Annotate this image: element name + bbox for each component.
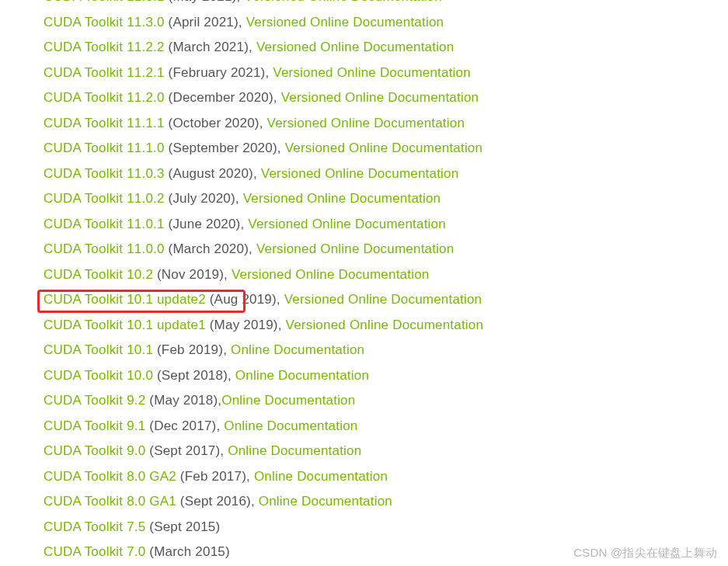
toolkit-link[interactable]: CUDA Toolkit 11.2.1 <box>44 65 165 80</box>
list-item: CUDA Toolkit 10.1 update2 (Aug 2019), Ve… <box>44 287 728 313</box>
doc-link[interactable]: Online Documentation <box>231 342 364 357</box>
release-date: (February 2021), <box>165 65 273 80</box>
release-date: (June 2020), <box>165 217 249 231</box>
doc-link[interactable]: Versioned Online Documentation <box>284 292 482 307</box>
doc-link[interactable]: Online Documentation <box>224 418 357 433</box>
toolkit-link[interactable]: CUDA Toolkit 9.0 <box>44 443 145 458</box>
release-date: (Sept 2015) <box>145 519 220 534</box>
release-date: (May 2021), <box>165 0 245 4</box>
list-item: CUDA Toolkit 11.1.0 (September 2020), Ve… <box>44 136 728 161</box>
list-item: CUDA Toolkit 10.1 update1 (May 2019), Ve… <box>44 313 728 339</box>
doc-link[interactable]: Online Documentation <box>254 469 388 484</box>
release-date: (Aug 2019), <box>206 292 284 307</box>
list-item: CUDA Toolkit 7.5 (Sept 2015) <box>44 515 728 540</box>
toolkit-link[interactable]: CUDA Toolkit 10.1 <box>44 342 153 357</box>
list-item: CUDA Toolkit 8.0 GA1 (Sept 2016), Online… <box>44 489 728 515</box>
toolkit-link[interactable]: CUDA Toolkit 11.0.3 <box>44 166 165 181</box>
list-item: CUDA Toolkit 8.0 GA2 (Feb 2017), Online … <box>44 464 728 490</box>
doc-link[interactable]: Versioned Online Documentation <box>286 318 484 332</box>
release-date: (May 2018), <box>145 393 221 408</box>
release-date: (Dec 2017), <box>145 418 224 433</box>
list-item: CUDA Toolkit 10.2 (Nov 2019), Versioned … <box>44 262 728 288</box>
release-date: (Nov 2019), <box>153 267 232 282</box>
release-date: (March 2020), <box>165 241 256 256</box>
toolkit-link[interactable]: CUDA Toolkit 11.2.0 <box>44 90 165 105</box>
doc-link[interactable]: Versioned Online Documentation <box>248 217 446 231</box>
doc-link[interactable]: Online Documentation <box>235 368 369 383</box>
toolkit-link[interactable]: CUDA Toolkit 7.5 <box>44 519 145 534</box>
release-date: (Sept 2017), <box>145 443 228 458</box>
list-item: CUDA Toolkit 9.0 (Sept 2017), Online Doc… <box>44 439 728 464</box>
release-date: (September 2020), <box>165 141 285 155</box>
toolkit-link[interactable]: CUDA Toolkit 11.3.1 <box>44 0 165 4</box>
release-date: (Sept 2016), <box>176 494 259 509</box>
doc-link[interactable]: Versioned Online Documentation <box>273 65 471 80</box>
doc-link[interactable]: Versioned Online Documentation <box>243 191 441 206</box>
list-item: CUDA Toolkit 9.1 (Dec 2017), Online Docu… <box>44 414 728 439</box>
list-item: CUDA Toolkit 10.1 (Feb 2019), Online Doc… <box>44 338 728 363</box>
doc-link[interactable]: Versioned Online Documentation <box>267 116 465 130</box>
doc-link[interactable]: Versioned Online Documentation <box>244 0 442 4</box>
toolkit-link[interactable]: CUDA Toolkit 9.1 <box>44 418 145 433</box>
list-item: CUDA Toolkit 11.2.2 (March 2021), Versio… <box>44 35 728 61</box>
release-date: (Feb 2019), <box>153 342 231 357</box>
list-item: CUDA Toolkit 11.2.1 (February 2021), Ver… <box>44 61 728 86</box>
toolkit-link[interactable]: CUDA Toolkit 7.0 <box>44 544 145 559</box>
release-date: (Feb 2017), <box>176 469 254 484</box>
cuda-toolkit-archive-list: CUDA Toolkit 11.3.1 (May 2021), Versione… <box>0 0 728 565</box>
list-item: CUDA Toolkit 11.2.0 (December 2020), Ver… <box>44 85 728 111</box>
toolkit-link[interactable]: CUDA Toolkit 11.1.0 <box>44 141 165 155</box>
list-item: CUDA Toolkit 7.0 (March 2015) <box>44 540 728 565</box>
list-item: CUDA Toolkit 11.0.1 (June 2020), Version… <box>44 212 728 238</box>
toolkit-link[interactable]: CUDA Toolkit 11.2.2 <box>44 40 165 54</box>
doc-link[interactable]: Versioned Online Documentation <box>246 15 444 30</box>
toolkit-link[interactable]: CUDA Toolkit 8.0 GA1 <box>44 494 176 509</box>
doc-link[interactable]: Versioned Online Documentation <box>232 267 430 282</box>
toolkit-link[interactable]: CUDA Toolkit 11.0.1 <box>44 217 165 231</box>
doc-link[interactable]: Online Documentation <box>228 443 361 458</box>
toolkit-link[interactable]: CUDA Toolkit 10.0 <box>44 368 153 383</box>
doc-link[interactable]: Versioned Online Documentation <box>256 40 455 54</box>
doc-link[interactable]: Versioned Online Documentation <box>256 241 455 256</box>
list-item: CUDA Toolkit 11.1.1 (October 2020), Vers… <box>44 111 728 137</box>
toolkit-link[interactable]: CUDA Toolkit 10.1 update1 <box>44 318 206 332</box>
toolkit-link[interactable]: CUDA Toolkit 11.3.0 <box>44 15 165 30</box>
doc-link[interactable]: Versioned Online Documentation <box>281 90 479 105</box>
release-date: (Sept 2018), <box>153 368 235 383</box>
doc-link[interactable]: Online Documentation <box>221 393 355 408</box>
list-item: CUDA Toolkit 11.3.0 (April 2021), Versio… <box>44 10 728 36</box>
highlight-box: CUDA Toolkit 10.1 update2 <box>44 292 206 307</box>
toolkit-link[interactable]: CUDA Toolkit 11.1.1 <box>44 116 165 130</box>
list-item: CUDA Toolkit 10.0 (Sept 2018), Online Do… <box>44 363 728 389</box>
release-date: (July 2020), <box>165 191 243 206</box>
list-item: CUDA Toolkit 9.2 (May 2018),Online Docum… <box>44 388 728 414</box>
release-date: (December 2020), <box>165 90 281 105</box>
toolkit-link[interactable]: CUDA Toolkit 11.0.0 <box>44 241 165 256</box>
release-date: (March 2021), <box>165 40 256 54</box>
release-date: (October 2020), <box>165 116 267 130</box>
list-item: CUDA Toolkit 11.0.2 (July 2020), Version… <box>44 186 728 212</box>
list-item: CUDA Toolkit 11.3.1 (May 2021), Versione… <box>44 0 728 10</box>
doc-link[interactable]: Versioned Online Documentation <box>285 141 483 155</box>
release-date: (May 2019), <box>206 318 286 332</box>
doc-link[interactable]: Online Documentation <box>259 494 392 509</box>
list-item: CUDA Toolkit 11.0.3 (August 2020), Versi… <box>44 161 728 187</box>
doc-link[interactable]: Versioned Online Documentation <box>261 166 459 181</box>
toolkit-link[interactable]: CUDA Toolkit 10.1 update2 <box>44 292 206 307</box>
list-item: CUDA Toolkit 11.0.0 (March 2020), Versio… <box>44 237 728 262</box>
release-date: (August 2020), <box>165 166 261 181</box>
toolkit-link[interactable]: CUDA Toolkit 8.0 GA2 <box>44 469 176 484</box>
release-date: (March 2015) <box>145 544 229 559</box>
toolkit-link[interactable]: CUDA Toolkit 9.2 <box>44 393 145 408</box>
release-date: (April 2021), <box>165 15 246 30</box>
toolkit-link[interactable]: CUDA Toolkit 11.0.2 <box>44 191 165 206</box>
toolkit-link[interactable]: CUDA Toolkit 10.2 <box>44 267 153 282</box>
